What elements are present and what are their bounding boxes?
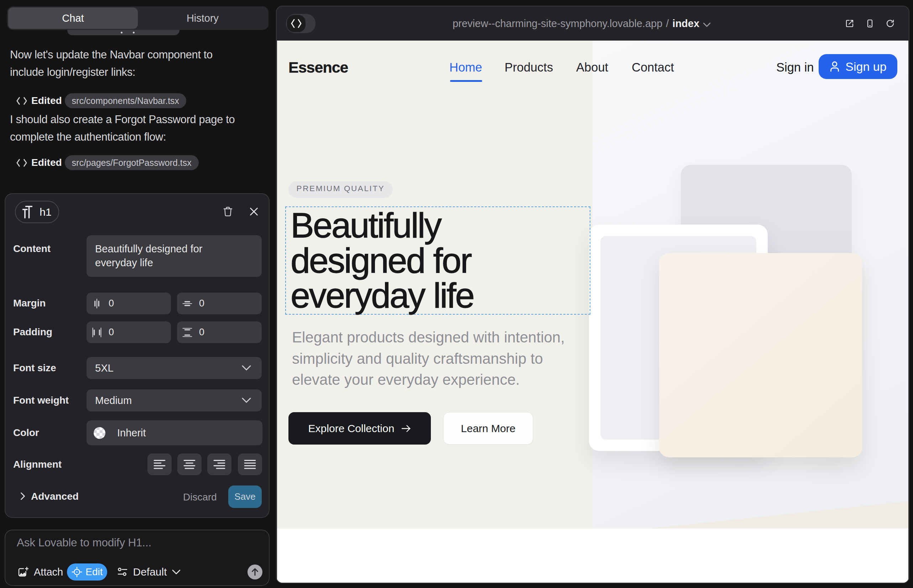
- mobile-view-icon[interactable]: [866, 19, 874, 28]
- site-bottom-section: [277, 528, 908, 583]
- color-swatch: [94, 427, 105, 439]
- type-icon: [23, 206, 32, 218]
- font-size-value: 5XL: [95, 362, 113, 374]
- open-external-icon[interactable]: [845, 19, 854, 28]
- mode-select[interactable]: Default: [117, 566, 180, 578]
- decor-card-beige: [659, 253, 862, 457]
- chip-dot: [121, 32, 123, 34]
- padding-y-input[interactable]: 0: [177, 321, 262, 343]
- edited-file-chip[interactable]: src/components/Navbar.tsx: [65, 93, 186, 108]
- font-weight-value: Medium: [95, 395, 132, 407]
- mode-label: Default: [133, 566, 167, 578]
- sign-up-label: Sign up: [845, 60, 886, 74]
- save-button[interactable]: Save: [228, 486, 262, 508]
- padding-x-value: 0: [108, 327, 114, 338]
- nav-link-about[interactable]: About: [576, 60, 608, 74]
- learn-more-button[interactable]: Learn More: [444, 412, 533, 444]
- h1-selection-outline[interactable]: Beautifully designed for everyday life: [285, 207, 590, 315]
- edited-label: Edited: [31, 157, 62, 168]
- padding-x-input[interactable]: 0: [87, 321, 171, 343]
- code-icon: [16, 96, 28, 106]
- hero-paragraph: Elegant products designed with intention…: [292, 327, 565, 391]
- chip-dot: [133, 32, 134, 34]
- margin-horizontal-icon: [92, 298, 102, 309]
- align-center-button[interactable]: [177, 454, 202, 475]
- padding-horizontal-icon: [92, 327, 102, 338]
- arrow-right-icon: [401, 425, 411, 433]
- code-icon: [16, 158, 28, 168]
- color-value: Inherit: [117, 427, 146, 439]
- chevron-down-icon: [703, 23, 711, 27]
- delete-element-icon[interactable]: [223, 206, 233, 217]
- chevron-right-icon: [19, 491, 26, 501]
- attach-label: Attach: [34, 566, 63, 578]
- settings-sliders-icon: [117, 567, 128, 577]
- alignment-label: Alignment: [13, 459, 62, 470]
- edited-file-chip[interactable]: src/pages/ForgotPassword.tsx: [65, 155, 199, 170]
- element-editor-panel: h1 Content Beautifully designed for ever…: [5, 193, 270, 518]
- color-label: Color: [13, 427, 39, 438]
- user-icon: [829, 61, 840, 72]
- font-weight-select[interactable]: Medium: [87, 389, 262, 412]
- font-size-label: Font size: [13, 362, 56, 374]
- target-icon: [71, 567, 82, 577]
- assistant-message: Now let's update the Navbar component to…: [10, 46, 265, 81]
- padding-vertical-icon: [182, 327, 193, 338]
- explore-collection-button[interactable]: Explore Collection: [288, 412, 431, 444]
- arrow-up-icon: [251, 568, 259, 576]
- align-justify-button[interactable]: [238, 454, 262, 475]
- truncated-chip: [67, 30, 180, 35]
- close-icon[interactable]: [249, 206, 259, 217]
- decorative-wedge: [592, 498, 908, 528]
- chat-panel: Chat History Now let's update the Navbar…: [0, 0, 277, 588]
- preview-url[interactable]: preview--charming-site-symphony.lovable.…: [277, 6, 898, 40]
- attach-button[interactable]: Attach: [18, 566, 63, 578]
- font-size-select[interactable]: 5XL: [87, 357, 262, 379]
- color-select[interactable]: Inherit: [87, 420, 262, 445]
- attach-image-icon: [18, 567, 29, 577]
- nav-home-underline: [450, 80, 482, 82]
- url-page: index: [672, 18, 699, 29]
- margin-vertical-icon: [182, 298, 193, 309]
- composer-box[interactable]: Ask Lovable to modify H1... Attach Edit: [5, 530, 270, 586]
- send-button[interactable]: [248, 564, 262, 580]
- nav-link-products[interactable]: Products: [505, 60, 553, 74]
- composer-placeholder: Ask Lovable to modify H1...: [17, 536, 151, 549]
- url-separator: /: [666, 18, 669, 29]
- margin-y-input[interactable]: 0: [177, 292, 262, 314]
- preview-browser-bar: preview--charming-site-symphony.lovable.…: [277, 6, 909, 40]
- tab-chat[interactable]: Chat: [8, 8, 138, 29]
- nav-link-contact[interactable]: Contact: [632, 60, 674, 74]
- padding-y-value: 0: [199, 327, 204, 338]
- site-preview: Essence Home Products About Contact Sign…: [277, 40, 908, 583]
- content-textarea[interactable]: Beautifully designed for everyday life: [87, 235, 262, 277]
- align-justify-icon: [244, 459, 256, 470]
- nav-link-home[interactable]: Home: [449, 60, 482, 74]
- sign-up-button[interactable]: Sign up: [819, 54, 897, 79]
- selected-element-pill[interactable]: h1: [15, 201, 59, 223]
- url-domain: preview--charming-site-symphony.lovable.…: [453, 18, 662, 29]
- site-navbar: Essence Home Products About Contact Sign…: [277, 40, 908, 87]
- align-left-button[interactable]: [147, 454, 172, 475]
- edit-label: Edit: [86, 566, 102, 578]
- site-logo[interactable]: Essence: [288, 59, 348, 76]
- discard-button[interactable]: Discard: [183, 491, 217, 503]
- align-right-icon: [213, 459, 225, 470]
- sign-in-link[interactable]: Sign in: [776, 60, 814, 74]
- hero-headline: Beautifully designed for everyday life: [291, 208, 474, 313]
- edited-file-row: Edited src/pages/ForgotPassword.tsx: [14, 155, 199, 170]
- explore-collection-label: Explore Collection: [308, 423, 395, 435]
- tab-history[interactable]: History: [138, 8, 267, 29]
- align-right-button[interactable]: [207, 454, 231, 475]
- assistant-message: I should also create a Forgot Password p…: [10, 111, 265, 145]
- edited-label: Edited: [31, 95, 62, 107]
- chevron-down-icon: [242, 397, 251, 403]
- font-weight-label: Font weight: [13, 395, 69, 406]
- margin-x-input[interactable]: 0: [87, 292, 171, 314]
- refresh-icon[interactable]: [886, 19, 895, 28]
- margin-label: Margin: [13, 297, 45, 309]
- premium-quality-badge: PREMIUM QUALITY: [288, 181, 393, 198]
- chat-history-tabbar: Chat History: [7, 6, 269, 30]
- advanced-toggle[interactable]: Advanced: [31, 491, 79, 502]
- edit-mode-button[interactable]: Edit: [67, 564, 107, 580]
